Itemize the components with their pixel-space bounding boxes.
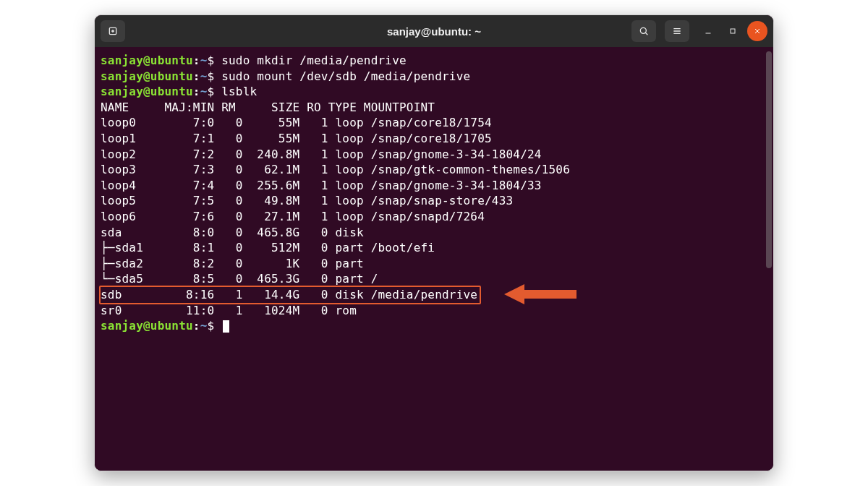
svg-rect-9 xyxy=(731,29,735,33)
close-button[interactable] xyxy=(747,21,767,41)
svg-marker-12 xyxy=(504,284,576,304)
hamburger-menu-button[interactable] xyxy=(665,20,689,42)
highlight-box xyxy=(99,286,481,304)
arrow-left-icon xyxy=(504,283,576,310)
search-button[interactable] xyxy=(631,20,656,42)
terminal-window: sanjay@ubuntu: ~ xyxy=(94,14,774,471)
terminal-body[interactable]: sanjay@ubuntu:~$ sudo mkdir /media/pendr… xyxy=(95,47,773,471)
minimize-button[interactable] xyxy=(698,21,718,41)
svg-point-3 xyxy=(640,27,646,33)
terminal-output: sanjay@ubuntu:~$ sudo mkdir /media/pendr… xyxy=(101,53,770,334)
maximize-button[interactable] xyxy=(723,21,743,41)
new-tab-button[interactable] xyxy=(101,20,125,42)
svg-line-4 xyxy=(645,33,647,35)
titlebar: sanjay@ubuntu: ~ xyxy=(95,15,773,47)
cursor xyxy=(223,320,229,333)
